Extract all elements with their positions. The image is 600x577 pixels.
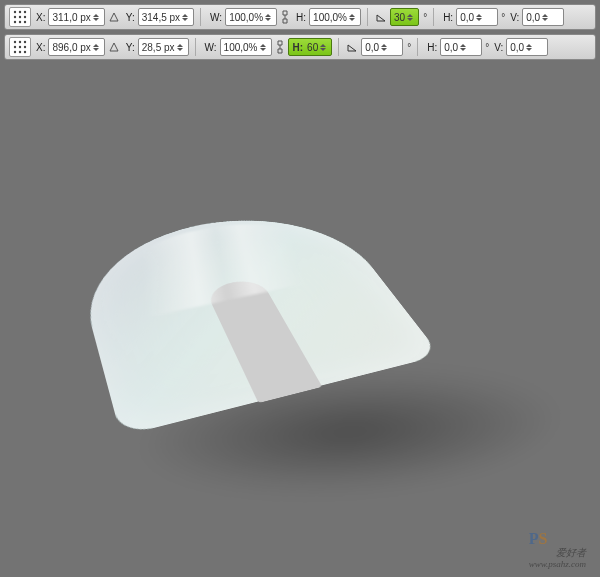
separator: [367, 8, 368, 26]
watermark-url: www.psahz.com: [529, 559, 586, 569]
svg-point-16: [19, 51, 21, 53]
hshear-input[interactable]: 0,0: [440, 38, 482, 56]
angle-icon: [345, 40, 359, 54]
y-input[interactable]: 314,5 px: [138, 8, 194, 26]
degree-symbol: °: [423, 12, 427, 23]
height-input[interactable]: 100,0%: [309, 8, 361, 26]
svg-point-6: [14, 21, 16, 23]
transform-options-bar-2: X: 896,0 px Y: 28,5 px W: 100,0% H:60 0,…: [4, 34, 596, 60]
w-label: W:: [210, 12, 222, 23]
svg-point-11: [24, 41, 26, 43]
svg-point-17: [24, 51, 26, 53]
transform-options-bar-1: X: 311,0 px Y: 314,5 px W: 100,0% H: 100…: [4, 4, 596, 30]
watermark-logo-p: P: [529, 530, 539, 547]
triangle-relative-icon[interactable]: [107, 10, 121, 24]
separator: [195, 38, 196, 56]
watermark-logo-s: S: [538, 530, 547, 547]
width-input[interactable]: 100,0%: [220, 38, 272, 56]
height-input[interactable]: H:60: [288, 38, 333, 56]
svg-point-4: [19, 16, 21, 18]
separator: [417, 38, 418, 56]
w-label: W:: [205, 42, 217, 53]
link-constrain-icon[interactable]: [274, 39, 286, 55]
svg-point-15: [14, 51, 16, 53]
svg-point-8: [24, 21, 26, 23]
hshear-label: H:: [443, 12, 453, 23]
x-label: X:: [36, 42, 45, 53]
canvas-area[interactable]: [0, 72, 600, 577]
svg-point-0: [14, 11, 16, 13]
svg-point-5: [24, 16, 26, 18]
separator: [433, 8, 434, 26]
vshear-input[interactable]: 0,0: [522, 8, 564, 26]
h-label: H:: [296, 12, 306, 23]
watermark-cn: 爱好者: [529, 546, 586, 560]
vshear-label: V:: [510, 12, 519, 23]
degree-symbol: °: [501, 12, 505, 23]
reference-point-grid-icon[interactable]: [9, 7, 31, 27]
link-constrain-icon[interactable]: [279, 9, 291, 25]
x-label: X:: [36, 12, 45, 23]
separator: [338, 38, 339, 56]
width-input[interactable]: 100,0%: [225, 8, 277, 26]
vshear-input[interactable]: 0,0: [506, 38, 548, 56]
angle-icon: [374, 10, 388, 24]
svg-point-2: [24, 11, 26, 13]
svg-point-9: [14, 41, 16, 43]
svg-point-12: [14, 46, 16, 48]
degree-symbol: °: [407, 42, 411, 53]
watermark: PS 爱好者 www.psahz.com: [529, 530, 586, 569]
svg-point-13: [19, 46, 21, 48]
rotation-input[interactable]: 30: [390, 8, 419, 26]
x-input[interactable]: 896,0 px: [48, 38, 104, 56]
x-input[interactable]: 311,0 px: [48, 8, 104, 26]
y-label: Y:: [126, 12, 135, 23]
svg-point-3: [14, 16, 16, 18]
separator: [200, 8, 201, 26]
svg-point-1: [19, 11, 21, 13]
svg-point-14: [24, 46, 26, 48]
svg-point-10: [19, 41, 21, 43]
triangle-relative-icon[interactable]: [107, 40, 121, 54]
hshear-input[interactable]: 0,0: [456, 8, 498, 26]
rotation-input[interactable]: 0,0: [361, 38, 403, 56]
vshear-label: V:: [494, 42, 503, 53]
hshear-label: H:: [427, 42, 437, 53]
reference-point-grid-icon[interactable]: [9, 37, 31, 57]
svg-point-7: [19, 21, 21, 23]
y-label: Y:: [126, 42, 135, 53]
y-input[interactable]: 28,5 px: [138, 38, 189, 56]
degree-symbol: °: [485, 42, 489, 53]
